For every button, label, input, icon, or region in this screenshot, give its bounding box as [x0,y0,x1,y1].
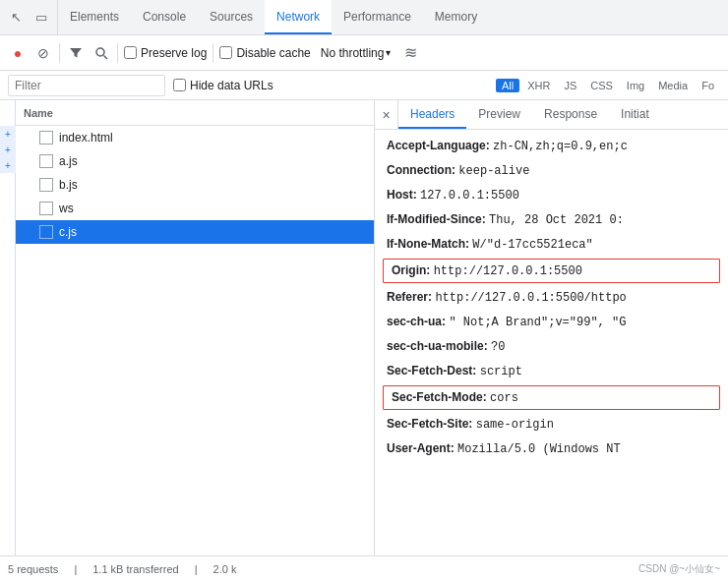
filter-types: All XHR JS CSS Img Media Fo [496,79,720,92]
header-origin: Origin: http://127.0.0.1:5500 [383,259,720,283]
file-item-ajs[interactable]: a.js [16,149,374,173]
separator: | [74,563,77,575]
main-content: + + + Name index.html a.js b.js ws [0,100,728,555]
search-icon[interactable] [91,43,111,63]
watermark: CSDN @~小仙女~ [638,562,720,576]
separator: | [195,563,198,575]
right-tabs: × Headers Preview Response Initiat [375,100,728,130]
header-user-agent: User-Agent: Mozilla/5.0 (Windows NT [375,436,728,461]
device-icon[interactable]: ▭ [30,6,53,29]
throttling-dropdown[interactable]: No throttling ▾ [317,44,395,62]
preserve-log-checkbox[interactable]: Preserve log [124,46,207,60]
requests-count: 5 requests [8,563,58,575]
tab-preview[interactable]: Preview [466,100,532,129]
left-container: + + + Name index.html a.js b.js ws [0,100,375,555]
file-icon [39,131,53,145]
separator-1 [59,43,60,63]
filter-type-js[interactable]: JS [558,79,582,92]
tab-response[interactable]: Response [532,100,609,129]
filter-input[interactable] [8,75,165,96]
devtools-controls: ↖ ▭ [0,0,58,34]
file-icon [39,225,53,239]
filter-type-img[interactable]: Img [621,79,650,92]
file-item-bjs[interactable]: b.js [16,173,374,197]
header-sec-ch-ua: sec-ch-ua: " Not;A Brand";v="99", "G [375,310,728,334]
filter-type-font[interactable]: Fo [696,79,720,92]
file-item-cjs[interactable]: c.js [16,220,374,244]
tab-performance[interactable]: Performance [332,0,423,34]
tab-bar: ↖ ▭ Elements Console Sources Network Per… [0,0,728,35]
disable-cache-checkbox[interactable]: Disable cache [219,46,310,60]
file-icon [39,202,53,215]
header-sec-fetch-site: Sec-Fetch-Site: same-origin [375,412,728,436]
tab-headers[interactable]: Headers [398,100,466,129]
tab-memory[interactable]: Memory [423,0,489,34]
header-if-none-match: If-None-Match: W/"d-17cc5521eca" [375,232,728,257]
hide-data-urls-checkbox[interactable]: Hide data URLs [173,79,273,92]
svg-line-1 [104,55,108,59]
filter-bar: Hide data URLs All XHR JS CSS Img Media … [0,71,728,100]
file-list-header: Name [16,100,374,126]
filter-type-media[interactable]: Media [652,79,694,92]
tab-network[interactable]: Network [265,0,332,34]
chevron-down-icon: ▾ [386,47,391,58]
wifi-icon[interactable]: ≋ [400,43,420,63]
close-panel-button[interactable]: × [375,100,398,130]
network-toolbar: ● ⊘ Preserve log Disable cache No thrott… [0,35,728,71]
file-icon [39,154,53,168]
file-item-index[interactable]: index.html [16,126,374,149]
tab-elements[interactable]: Elements [58,0,131,34]
record-button[interactable]: ● [8,43,28,63]
file-list: Name index.html a.js b.js ws c.js [16,100,375,555]
filter-icon[interactable] [66,43,86,63]
arrow-2[interactable]: + [0,142,16,157]
header-host: Host: 127.0.0.1:5500 [375,183,728,207]
header-referer: Referer: http://127.0.0.1:5500/httpo [375,285,728,310]
status-bar: 5 requests | 1.1 kB transferred | 2.0 k … [0,555,728,581]
filter-type-all[interactable]: All [496,79,519,92]
tab-initiator[interactable]: Initiat [609,100,661,129]
arrow-3[interactable]: + [0,157,16,173]
tab-console[interactable]: Console [131,0,198,34]
file-item-ws[interactable]: ws [16,197,374,220]
header-if-modified-since: If-Modified-Since: Thu, 28 Oct 2021 0: [375,207,728,232]
filter-type-xhr[interactable]: XHR [521,79,556,92]
svg-point-0 [96,48,104,56]
right-panel: × Headers Preview Response Initiat Accep… [375,100,728,555]
stop-button[interactable]: ⊘ [33,43,53,63]
header-sec-fetch-mode: Sec-Fetch-Mode: cors [383,385,720,410]
separator-3 [212,43,213,63]
pointer-icon[interactable]: ↖ [4,6,28,29]
file-icon [39,178,53,192]
transferred-size: 1.1 kB transferred [92,563,178,575]
side-arrows: + + + [0,100,16,555]
arrow-1[interactable]: + [0,126,16,142]
filter-type-css[interactable]: CSS [584,79,619,92]
header-connection: Connection: keep-alive [375,158,728,183]
separator-2 [117,43,118,63]
total-size: 2.0 k [213,563,237,575]
header-accept-language: Accept-Language: zh-CN,zh;q=0.9,en;c [375,134,728,158]
header-sec-fetch-dest: Sec-Fetch-Dest: script [375,359,728,383]
tab-sources[interactable]: Sources [198,0,265,34]
header-sec-ch-ua-mobile: sec-ch-ua-mobile: ?0 [375,334,728,359]
headers-content: Accept-Language: zh-CN,zh;q=0.9,en;c Con… [375,130,728,555]
